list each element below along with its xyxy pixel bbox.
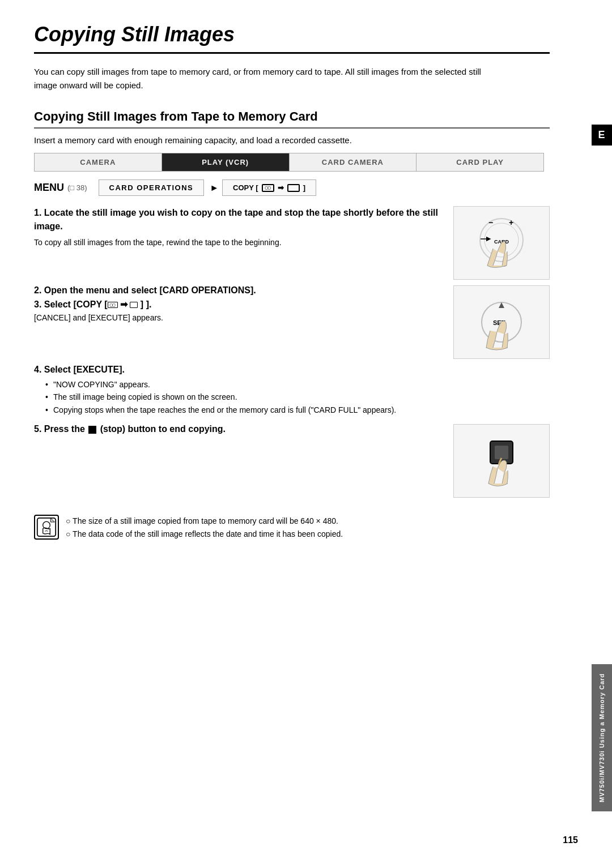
note-icon — [34, 515, 59, 540]
section1-subtitle: Insert a memory card with enough remaini… — [34, 135, 550, 145]
step3-sub: [CANCEL] and [EXECUTE] appears. — [34, 312, 442, 324]
hand-stop-svg — [459, 430, 544, 492]
tab-card-camera[interactable]: CARD CAMERA — [290, 153, 417, 171]
page-number: 115 — [563, 835, 578, 845]
mode-tabs: CAMERA PLAY (VCR) CARD CAMERA CARD PLAY — [34, 153, 544, 172]
menu-arrow-icon: ► — [210, 183, 219, 193]
bullet-3: Copying stops when the tape reaches the … — [45, 404, 550, 416]
copy-bracket: ] — [303, 183, 305, 192]
note-line-1: ○ The size of a still image copied from … — [66, 515, 343, 527]
hand-dial-svg: SET — [459, 291, 544, 353]
step5-image — [453, 424, 550, 498]
section1-title: Copying Still Images from Tape to Memory… — [34, 109, 550, 129]
copy-box: COPY [ ▢▢ ➡ ] — [222, 179, 316, 196]
tab-card-play[interactable]: CARD PLAY — [416, 153, 543, 171]
step4-bullets: "NOW COPYING" appears. The still image b… — [34, 378, 550, 416]
tape-icon: ▢▢ — [262, 184, 274, 192]
svg-rect-8 — [495, 446, 508, 459]
page-title: Copying Still Images — [34, 23, 550, 54]
step1-content: 1. Locate the still image you wish to co… — [34, 206, 442, 251]
card-operations-box: CARD OPERATIONS — [99, 179, 205, 196]
sidebar-e-label: E — [592, 125, 612, 146]
note-line-2: ○ The data code of the still image refle… — [66, 528, 343, 540]
step2-heading: 2. Open the menu and select [CARD OPERAT… — [34, 285, 442, 296]
svg-text:−: − — [488, 218, 493, 227]
card-icon — [287, 184, 300, 192]
step2-image: SET — [453, 285, 550, 359]
step1-sub: To copy all still images from the tape, … — [34, 237, 442, 249]
step1-container: 1. Locate the still image you wish to co… — [34, 206, 550, 280]
step1-heading: 1. Locate the still image you wish to co… — [34, 206, 442, 233]
page-container: E MV750i/MV730i Using a Memory Card 115 … — [0, 0, 612, 868]
sidebar-bottom-label: MV750i/MV730i Using a Memory Card — [592, 664, 612, 811]
step3-heading: 3. Select [COPY [▢▢ ➡ ] ]. — [34, 299, 442, 310]
step4-heading: 4. Select [EXECUTE]. — [34, 365, 550, 375]
copy-label: COPY [ — [233, 183, 258, 192]
step5-heading: 5. Press the (stop) button to end copyin… — [34, 424, 442, 434]
menu-row: MENU (□ 38) CARD OPERATIONS ► COPY [ ▢▢ … — [34, 179, 550, 196]
menu-sub: (□ 38) — [67, 183, 87, 192]
bullet-2: The still image being copied is shown on… — [45, 391, 550, 403]
intro-text: You can copy still images from tape to m… — [34, 65, 550, 92]
step5-container: 5. Press the (stop) button to end copyin… — [34, 424, 550, 498]
hand-tape-svg: + − CARD — [459, 212, 544, 274]
step5-content: 5. Press the (stop) button to end copyin… — [34, 424, 442, 438]
svg-text:+: + — [509, 218, 513, 227]
stop-btn-icon — [88, 426, 96, 434]
note-box: ○ The size of a still image copied from … — [34, 515, 550, 540]
tab-camera[interactable]: CAMERA — [35, 153, 162, 171]
content-area: Copying Still Images You can copy still … — [34, 23, 578, 540]
copy-arrow: ➡ — [278, 183, 284, 192]
tab-play-vcr[interactable]: PLAY (VCR) — [162, 153, 290, 171]
menu-label: MENU — [34, 182, 64, 194]
pencil-note-svg — [36, 517, 57, 537]
note-text: ○ The size of a still image copied from … — [66, 515, 343, 540]
step2-content: 2. Open the menu and select [CARD OPERAT… — [34, 285, 442, 331]
bullet-1: "NOW COPYING" appears. — [45, 378, 550, 391]
step1-image: + − CARD — [453, 206, 550, 280]
step2-container: 2. Open the menu and select [CARD OPERAT… — [34, 285, 550, 359]
